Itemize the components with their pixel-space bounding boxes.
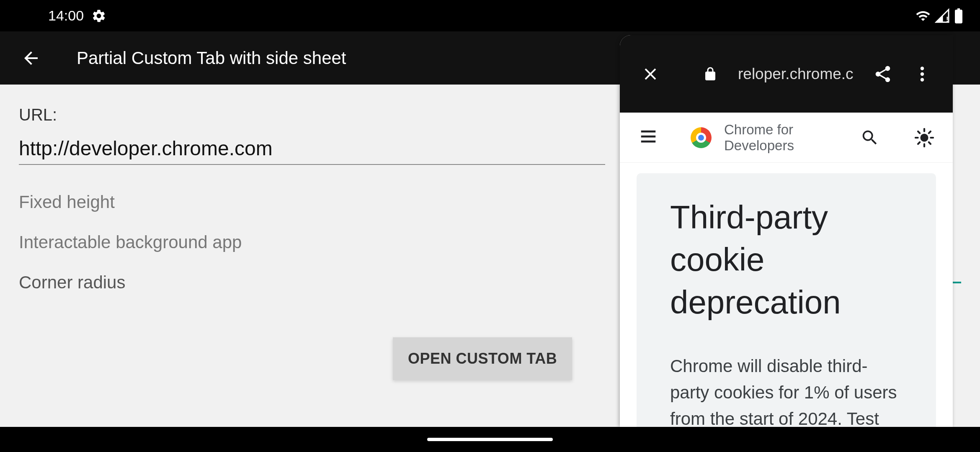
open-custom-tab-button[interactable]: OPEN CUSTOM TAB [393, 337, 572, 380]
side-sheet: reloper.chrome.com Chrome for Developers [620, 35, 953, 427]
back-arrow-icon[interactable] [21, 48, 41, 68]
theme-toggle-icon[interactable] [915, 128, 934, 147]
svg-point-2 [921, 72, 924, 75]
page-title: Partial Custom Tab with side sheet [77, 48, 346, 68]
svg-point-3 [921, 78, 924, 81]
article-body: Chrome will disable third-party cookies … [670, 353, 903, 427]
corner-radius-label: Corner radius [19, 272, 125, 293]
wifi-icon [916, 8, 931, 23]
search-icon[interactable] [860, 128, 879, 147]
battery-icon [954, 8, 963, 23]
close-icon[interactable] [641, 64, 660, 84]
gear-icon [91, 8, 106, 23]
svg-text:!: ! [946, 15, 949, 23]
web-page-header: Chrome for Developers [620, 113, 953, 163]
nav-pill[interactable] [427, 438, 553, 441]
svg-point-4 [920, 134, 928, 141]
custom-tab-url[interactable]: reloper.chrome.com [738, 65, 853, 83]
status-time: 14:00 [48, 8, 84, 24]
article-card[interactable]: Third-party cookie deprecation Chrome wi… [637, 173, 936, 427]
navigation-bar [0, 427, 980, 452]
article-title: Third-party cookie deprecation [670, 196, 903, 324]
custom-tab-toolbar: reloper.chrome.com [620, 35, 953, 113]
hamburger-icon[interactable] [639, 128, 658, 147]
svg-point-1 [921, 67, 924, 70]
chrome-logo-icon [691, 127, 712, 148]
lock-icon [703, 67, 718, 82]
status-bar: 14:00 ! [0, 0, 980, 31]
signal-icon: ! [935, 8, 950, 23]
share-icon[interactable] [873, 64, 892, 84]
url-input[interactable] [19, 137, 605, 160]
site-name[interactable]: Chrome for Developers [724, 122, 848, 154]
more-vertical-icon[interactable] [913, 64, 932, 84]
